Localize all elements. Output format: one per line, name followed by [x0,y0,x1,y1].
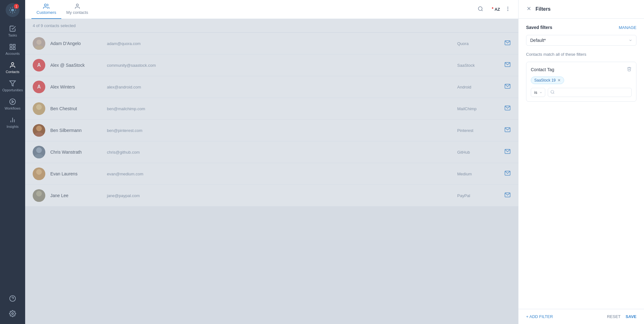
svg-point-15 [45,4,47,6]
settings-button[interactable] [7,308,19,321]
help-button[interactable] [7,293,19,306]
saved-filters-row: Saved filters MANAGE [526,25,636,30]
tab-customers[interactable]: Customers [31,0,61,19]
sidebar-item-opportunities[interactable]: Opportunities [0,77,25,95]
filter-search-wrapper [548,88,632,97]
svg-rect-3 [13,48,15,49]
sidebar-workflows-label: Workflows [5,106,21,110]
filter-card: Contact Tag SaaStock 19 ✕ is [526,62,636,102]
svg-rect-2 [13,44,15,46]
sidebar-item-insights[interactable]: Insights [0,113,25,132]
svg-rect-1 [10,44,12,46]
svg-marker-8 [12,100,14,103]
saved-filters-label: Saved filters [526,25,552,30]
sidebar-tasks-label: Tasks [8,33,17,37]
svg-line-18 [481,10,482,11]
add-filter-button[interactable]: + ADD FILTER [526,314,553,319]
more-options-button[interactable] [504,5,512,14]
tab-customers-label: Customers [36,10,56,15]
svg-point-20 [508,7,508,8]
overlay [25,19,518,324]
svg-marker-6 [10,81,15,86]
manage-filters-button[interactable]: MANAGE [619,25,636,30]
svg-point-21 [508,9,508,9]
filter-card-header: Contact Tag [531,66,632,73]
reset-button[interactable]: RESET [607,314,620,319]
svg-point-7 [10,99,15,105]
filter-card-title: Contact Tag [531,67,554,72]
delete-filter-button[interactable] [627,66,632,73]
sidebar: 1 Tasks Accounts Contacts Opportunities … [0,0,25,324]
sidebar-item-contacts[interactable]: Contacts [0,59,25,77]
sidebar-bottom [7,293,19,321]
sidebar-insights-label: Insights [7,125,19,128]
svg-rect-4 [10,48,12,49]
contacts-match-text: Contacts match all of these filters [526,52,636,57]
filter-footer-buttons: RESET SAVE [607,314,636,319]
svg-point-22 [508,10,508,11]
filters-title: Filters [536,6,551,12]
remove-tag-button[interactable]: ✕ [558,78,561,82]
tab-my-contacts[interactable]: My contacts [61,0,93,19]
tab-my-contacts-label: My contacts [66,10,88,15]
saved-filter-select[interactable]: Default* [526,35,636,46]
filters-footer: + ADD FILTER RESET SAVE [519,309,644,324]
sidebar-item-workflows[interactable]: Workflows [0,95,25,113]
header-tabs: Customers My contacts [31,0,476,19]
sort-button[interactable]: AZ [488,7,500,12]
svg-point-17 [478,7,482,10]
search-button[interactable] [476,5,485,14]
sidebar-accounts-label: Accounts [5,52,19,55]
contact-list-container: 4 of 9 contacts selected Adam D'Angelo a… [25,19,518,324]
filter-operator-select[interactable]: is [531,88,545,97]
svg-point-0 [12,9,14,11]
filters-header: Filters [519,0,644,19]
filter-search-input[interactable] [548,88,632,97]
header-actions: AZ [476,5,512,14]
save-button[interactable]: SAVE [626,314,636,319]
header: Customers My contacts AZ [25,0,518,19]
sidebar-opportunities-label: Opportunities [2,88,23,92]
filter-tags: SaaStock 19 ✕ [531,77,632,84]
sidebar-item-accounts[interactable]: Accounts [0,40,25,59]
sidebar-contacts-label: Contacts [6,70,19,74]
svg-point-14 [12,313,14,315]
filter-row: is [531,88,632,97]
svg-point-16 [76,4,78,6]
filter-tag: SaaStock 19 ✕ [531,77,564,84]
filters-panel: Filters Saved filters MANAGE Default* Co… [518,0,644,324]
svg-point-19 [492,7,493,9]
main-content: Customers My contacts AZ [25,0,518,324]
filters-body: Saved filters MANAGE Default* Contacts m… [519,19,644,309]
close-filters-button[interactable] [526,6,532,13]
sidebar-logo[interactable]: 1 [6,3,19,17]
notification-badge: 1 [14,4,19,9]
filter-tag-label: SaaStock 19 [534,78,556,82]
sidebar-item-tasks[interactable]: Tasks [0,22,25,40]
svg-point-5 [11,63,14,65]
sort-label: AZ [495,7,500,12]
